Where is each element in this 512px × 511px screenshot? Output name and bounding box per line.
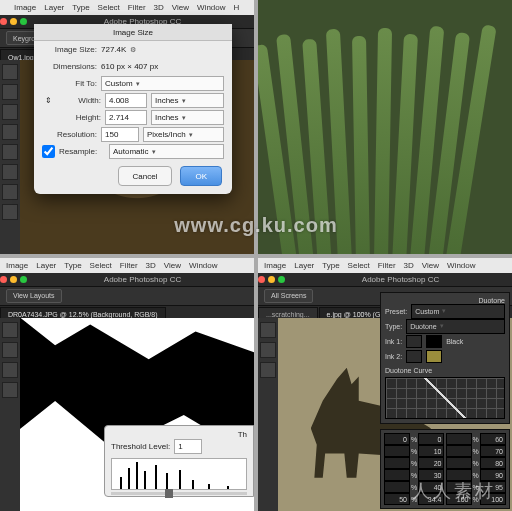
curve-in-b[interactable]: 20 [418, 457, 444, 469]
canvas-tr[interactable] [258, 0, 512, 254]
menu-window[interactable]: Window [447, 261, 475, 270]
app-titlebar: Adobe Photoshop CC [258, 273, 512, 287]
cancel-button[interactable]: Cancel [118, 166, 173, 186]
curve-in-c[interactable] [446, 445, 472, 457]
menu-window[interactable]: Window [189, 261, 217, 270]
window-controls[interactable] [258, 276, 285, 283]
res-unit-select[interactable]: Pixels/Inch▾ [143, 127, 224, 142]
menu-3d[interactable]: 3D [146, 261, 156, 270]
curve-in-b[interactable]: 34.4 [418, 493, 444, 505]
tool-marquee[interactable] [2, 84, 18, 100]
curve-in-c[interactable] [446, 469, 472, 481]
tool-lasso[interactable] [2, 104, 18, 120]
tool-hand[interactable] [2, 382, 18, 398]
histogram [111, 458, 247, 490]
menu-image[interactable]: Image [6, 261, 28, 270]
curve-in-d[interactable]: 95 [480, 481, 506, 493]
curve-in-c[interactable]: 100 [446, 493, 472, 505]
gear-icon[interactable]: ⚙ [130, 46, 136, 54]
curve-in-d[interactable]: 60 [480, 433, 506, 445]
menu-type[interactable]: Type [322, 261, 339, 270]
slider-handle[interactable] [165, 489, 173, 498]
tool-move[interactable] [260, 322, 276, 338]
curve-in-d[interactable]: 80 [480, 457, 506, 469]
size-value: 727.4K [101, 45, 126, 54]
tool-zoom[interactable] [2, 204, 18, 220]
menu-select[interactable]: Select [98, 3, 120, 12]
tool-brush[interactable] [2, 144, 18, 160]
duotone-title: Duotone [385, 297, 505, 304]
resample-select[interactable]: Automatic▾ [109, 144, 224, 159]
menu-view[interactable]: View [172, 3, 189, 12]
curve-in-d[interactable]: 90 [480, 469, 506, 481]
curve-in-a[interactable] [384, 469, 410, 481]
link-icon[interactable]: ⇕ [42, 96, 54, 105]
curve-in-a[interactable]: 50 [384, 493, 410, 505]
tool-move[interactable] [2, 64, 18, 80]
tool-crop[interactable] [260, 342, 276, 358]
menu-view[interactable]: View [164, 261, 181, 270]
curve-in-c[interactable] [446, 433, 472, 445]
opt-viewlayouts[interactable]: View Layouts [6, 289, 62, 303]
curve-in-c[interactable] [446, 457, 472, 469]
menu-select[interactable]: Select [348, 261, 370, 270]
tool-crop[interactable] [2, 124, 18, 140]
menu-type[interactable]: Type [72, 3, 89, 12]
curve-in-a[interactable]: 0 [384, 433, 410, 445]
curve-in-d[interactable]: 100 [480, 493, 506, 505]
height-unit-select[interactable]: Inches▾ [151, 110, 224, 125]
curve-in-d[interactable]: 70 [480, 445, 506, 457]
duotone-curve[interactable] [385, 377, 505, 419]
ok-button[interactable]: OK [180, 166, 222, 186]
menu-3d[interactable]: 3D [404, 261, 414, 270]
tool-marquee[interactable] [2, 342, 18, 358]
window-controls[interactable] [0, 276, 27, 283]
type-select[interactable]: Duotone▾ [406, 319, 505, 334]
ink1-swatch[interactable] [426, 335, 442, 348]
image-size-title: Image Size [34, 24, 232, 41]
menu-layer[interactable]: Layer [294, 261, 314, 270]
menu-filter[interactable]: Filter [378, 261, 396, 270]
menu-layer[interactable]: Layer [44, 3, 64, 12]
curve-in-b[interactable]: 10 [418, 445, 444, 457]
tool-brush[interactable] [2, 362, 18, 378]
width-unit-select[interactable]: Inches▾ [151, 93, 224, 108]
menu-view[interactable]: View [422, 261, 439, 270]
window-controls[interactable] [0, 18, 27, 25]
curve-row: 0%0%60 [384, 433, 506, 445]
tool-text[interactable] [2, 164, 18, 180]
tool-brush[interactable] [260, 362, 276, 378]
tool-move[interactable] [2, 322, 18, 338]
menu-window[interactable]: Window [197, 3, 225, 12]
threshold-slider[interactable] [111, 492, 247, 495]
menu-image[interactable]: Image [14, 3, 36, 12]
opt-allscreens[interactable]: All Screens [264, 289, 313, 303]
menu-select[interactable]: Select [90, 261, 112, 270]
curve-in-a[interactable] [384, 457, 410, 469]
menu-type[interactable]: Type [64, 261, 81, 270]
menu-filter[interactable]: Filter [128, 3, 146, 12]
ink2-curve-icon[interactable] [406, 350, 422, 363]
curve-in-b[interactable]: 0 [418, 433, 444, 445]
menu-layer[interactable]: Layer [36, 261, 56, 270]
curve-in-c[interactable] [446, 481, 472, 493]
ink2-swatch[interactable] [426, 350, 442, 363]
menu-help[interactable]: H [234, 3, 240, 12]
height-input[interactable]: 2.714 [105, 110, 147, 125]
preset-select[interactable]: Custom▾ [411, 304, 505, 319]
curve-in-b[interactable]: 40 [418, 481, 444, 493]
tool-hand[interactable] [2, 184, 18, 200]
curve-in-b[interactable]: 30 [418, 469, 444, 481]
res-input[interactable]: 150 [101, 127, 139, 142]
threshold-input[interactable]: 1 [174, 439, 202, 454]
ink1-curve-icon[interactable] [406, 335, 422, 348]
fit-select[interactable]: Custom▾ [101, 76, 224, 91]
resample-checkbox[interactable] [42, 145, 55, 158]
menu-3d[interactable]: 3D [154, 3, 164, 12]
menu-filter[interactable]: Filter [120, 261, 138, 270]
curve-in-a[interactable] [384, 481, 410, 493]
menu-image[interactable]: Image [264, 261, 286, 270]
ink1-name[interactable]: Black [446, 338, 463, 345]
curve-in-a[interactable] [384, 445, 410, 457]
width-input[interactable]: 4.008 [105, 93, 147, 108]
